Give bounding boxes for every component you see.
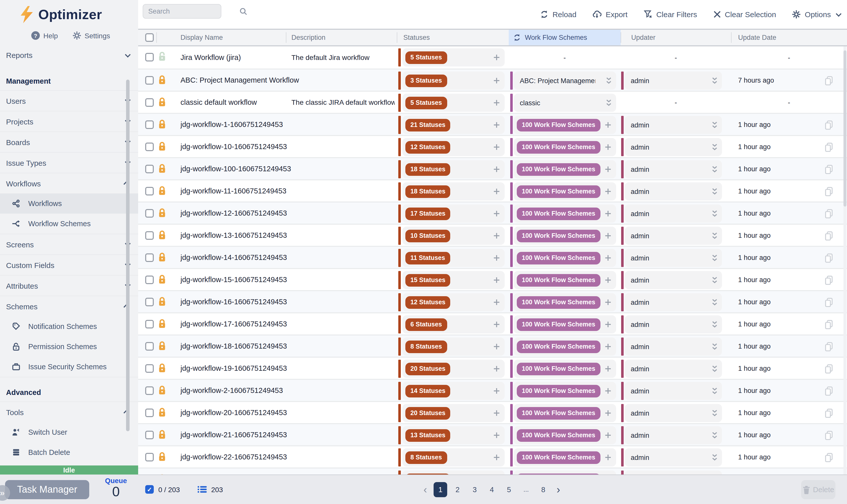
scheme-badge[interactable]: 100 Work Flow Schemes	[517, 274, 600, 286]
table-row[interactable]: jdg-workflow-22-1606751249453 8 Statuses…	[138, 445, 847, 467]
statuses-badge[interactable]: 8 Statuses	[405, 340, 447, 353]
unfold-more-icon[interactable]	[712, 299, 718, 306]
statuses-badge[interactable]: 18 Statuses	[405, 185, 450, 198]
plus-icon[interactable]	[493, 343, 500, 350]
table-row[interactable]: jdg-workflow-12-1606751249453 17 Statuse…	[138, 201, 847, 224]
copy-icon[interactable]	[825, 320, 833, 329]
row-checkbox[interactable]	[145, 453, 154, 462]
copy-icon[interactable]	[825, 76, 833, 86]
plus-icon[interactable]	[605, 343, 611, 350]
scheme-badge[interactable]: 100 Work Flow Schemes	[517, 451, 600, 464]
row-checkbox[interactable]	[145, 187, 154, 196]
statuses-badge[interactable]: 20 Statuses	[405, 407, 450, 419]
plus-icon[interactable]	[605, 188, 611, 195]
statuses-badge[interactable]: 6 Statuses	[405, 318, 447, 331]
unfold-more-icon[interactable]	[712, 210, 718, 217]
row-checkbox[interactable]	[145, 320, 154, 328]
prev-page-button[interactable]: ‹	[420, 484, 430, 496]
sidebar-item-projects[interactable]: Projects	[0, 111, 138, 131]
statuses-badge[interactable]: 5 Statuses	[405, 51, 447, 64]
copy-icon[interactable]	[825, 231, 833, 241]
table-row[interactable]: jdg-workflow-21-1606751249453 13 Statuse…	[138, 423, 847, 445]
table-row[interactable]: jdg-workflow-17-1606751249453 6 Statuses…	[138, 312, 847, 335]
scheme-badge[interactable]: 100 Work Flow Schemes	[517, 185, 600, 198]
statuses-badge[interactable]: 17 Statuses	[405, 207, 450, 220]
column-header-updater[interactable]: Updater	[631, 30, 655, 45]
column-header-work-flow-schemes[interactable]: Work Flow Schemes	[509, 30, 621, 45]
statuses-badge[interactable]: 11 Statuses	[405, 252, 450, 264]
plus-icon[interactable]	[605, 210, 611, 217]
sidebar-item-workflows-sub[interactable]: Workflows	[0, 194, 138, 214]
table-scrollbar-thumb[interactable]	[844, 50, 847, 206]
sidebar-item-workflows[interactable]: Workflows	[0, 173, 138, 194]
unfold-more-icon[interactable]	[712, 121, 718, 129]
plus-icon[interactable]	[605, 410, 611, 417]
table-row[interactable]: jdg-workflow-16-1606751249453 12 Statuse…	[138, 290, 847, 312]
clear-selection-button[interactable]: Clear Selection	[713, 10, 776, 19]
options-button[interactable]: Options	[792, 10, 840, 19]
plus-icon[interactable]	[493, 254, 500, 262]
row-checkbox[interactable]	[145, 143, 154, 151]
unfold-more-icon[interactable]	[712, 343, 718, 350]
row-checkbox[interactable]	[145, 431, 154, 439]
sidebar-scrollbar[interactable]	[126, 79, 129, 431]
unfold-more-icon[interactable]	[712, 143, 718, 151]
plus-icon[interactable]	[605, 144, 611, 150]
statuses-badge[interactable]: 18 Statuses	[405, 163, 450, 176]
sidebar-item-boards[interactable]: Boards	[0, 131, 138, 152]
column-header-update-date[interactable]: Update Date	[738, 30, 776, 45]
table-row[interactable]: jdg-workflow-18-1606751249453 8 Statuses…	[138, 335, 847, 357]
sidebar-item-custom-fields[interactable]: Custom Fields	[0, 254, 138, 275]
table-row[interactable]: classic default workflow The classic JIR…	[138, 91, 847, 113]
unfold-more-icon[interactable]	[712, 321, 718, 328]
unfold-more-icon[interactable]	[712, 254, 718, 262]
scheme-badge[interactable]: 100 Work Flow Schemes	[517, 429, 600, 442]
scheme-badge[interactable]: 100 Work Flow Schemes	[517, 163, 600, 176]
sidebar-item-tools[interactable]: Tools	[0, 401, 138, 422]
search-input[interactable]	[143, 7, 240, 15]
clear-filters-button[interactable]: Clear Filters	[643, 10, 697, 19]
table-row[interactable]: ABC: Project Management Workflow 3 Statu…	[138, 69, 847, 91]
page-button-5[interactable]: 5	[502, 482, 516, 497]
row-checkbox[interactable]	[145, 120, 154, 129]
scheme-badge[interactable]: 100 Work Flow Schemes	[517, 407, 600, 419]
table-row[interactable]: jdg-workflow-2-1606751249453 14 Statuses…	[138, 379, 847, 401]
column-header-description[interactable]: Description	[291, 30, 325, 45]
sidebar-item-batch-delete[interactable]: Batch Delete	[0, 442, 138, 463]
task-manager-button[interactable]: Task Manager	[5, 480, 89, 499]
plus-icon[interactable]	[605, 232, 611, 239]
unfold-more-icon[interactable]	[712, 387, 718, 395]
statuses-badge[interactable]: 3 Statuses	[405, 74, 447, 87]
page-button-1[interactable]: 1	[434, 482, 447, 497]
statuses-badge[interactable]: 5 Statuses	[405, 96, 447, 109]
plus-icon[interactable]	[493, 77, 500, 84]
unfold-more-icon[interactable]	[712, 276, 718, 284]
row-checkbox[interactable]	[145, 342, 154, 350]
unfold-more-icon[interactable]	[712, 188, 718, 195]
page-button-2[interactable]: 2	[451, 482, 464, 497]
table-row[interactable]: jdg-workflow-13-1606751249453 10 Statuse…	[138, 224, 847, 246]
select-all-checkbox[interactable]	[145, 33, 154, 42]
table-row[interactable]: jdg-workflow-19-1606751249453 20 Statuse…	[138, 357, 847, 379]
copy-icon[interactable]	[825, 342, 833, 352]
sidebar-item-users[interactable]: Users	[0, 90, 138, 111]
sidebar-item-schemes[interactable]: Schemes	[0, 296, 138, 316]
copy-icon[interactable]	[825, 453, 833, 463]
statuses-badge[interactable]: 8 Statuses	[405, 451, 447, 464]
plus-icon[interactable]	[605, 166, 611, 173]
unfold-more-icon[interactable]	[606, 77, 611, 84]
plus-icon[interactable]	[493, 388, 500, 394]
statuses-badge[interactable]: 10 Statuses	[405, 230, 450, 242]
unfold-more-icon[interactable]	[712, 165, 718, 173]
row-checkbox[interactable]	[145, 386, 154, 395]
column-header-display-name[interactable]: Display Name	[180, 30, 223, 45]
copy-icon[interactable]	[825, 253, 833, 263]
plus-icon[interactable]	[493, 144, 500, 150]
scheme-badge[interactable]: 100 Work Flow Schemes	[517, 318, 600, 331]
row-checkbox[interactable]	[145, 298, 154, 306]
delete-button[interactable]: Delete	[801, 480, 835, 499]
plus-icon[interactable]	[493, 232, 500, 239]
plus-icon[interactable]	[605, 276, 611, 284]
row-checkbox[interactable]	[145, 53, 154, 61]
row-checkbox[interactable]	[145, 165, 154, 173]
